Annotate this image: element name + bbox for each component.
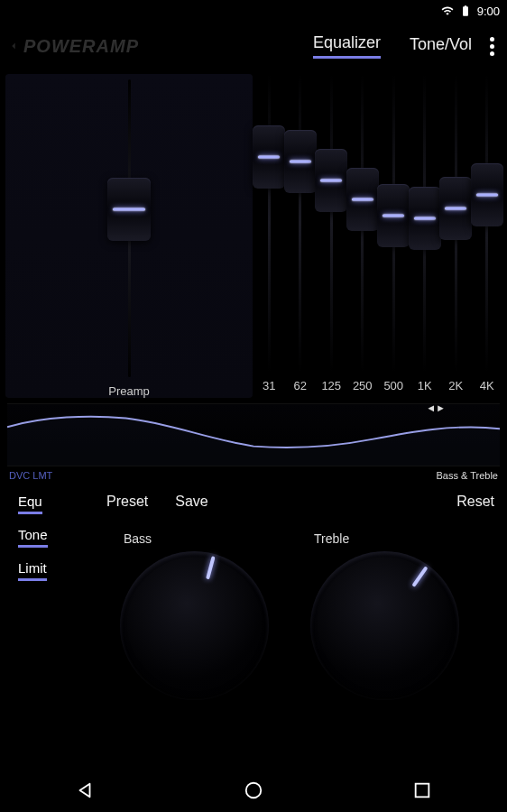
- band-label: 62: [294, 379, 307, 392]
- eq-thumb[interactable]: [346, 168, 379, 231]
- eq-band-250[interactable]: 250: [348, 74, 378, 398]
- eq-thumb[interactable]: [471, 163, 503, 226]
- brand-text: POWERAMP: [23, 36, 139, 57]
- toggle-equ[interactable]: Equ: [18, 494, 42, 514]
- treble-knob-group: Treble: [310, 531, 459, 700]
- clock: 9:00: [477, 5, 500, 18]
- dvc-status: DVC LMT: [9, 470, 52, 481]
- bass-label: Bass: [124, 531, 269, 546]
- reset-button[interactable]: Reset: [456, 494, 494, 510]
- back-icon[interactable]: [75, 780, 95, 800]
- band-label: 125: [321, 379, 341, 392]
- android-status-bar: 9:00: [0, 0, 507, 22]
- svg-point-0: [246, 783, 262, 798]
- wifi-icon: [441, 5, 454, 17]
- equalizer-bands: Preamp 31621252505001K2K4K: [0, 70, 507, 398]
- tab-tonevol[interactable]: Tone/Vol: [410, 35, 472, 58]
- eq-band-62[interactable]: 62: [286, 74, 316, 398]
- band-label: 1K: [418, 379, 432, 392]
- eq-thumb[interactable]: [315, 149, 347, 212]
- toggle-tone[interactable]: Tone: [18, 527, 48, 548]
- eq-thumb[interactable]: [253, 125, 285, 189]
- eq-thumb[interactable]: [439, 177, 472, 240]
- scroll-indicator-icon: ◄►: [426, 402, 446, 413]
- band-label: 31: [263, 379, 275, 392]
- bass-knob[interactable]: [120, 551, 269, 700]
- eq-response-curve[interactable]: ◄►: [7, 403, 500, 466]
- toggle-limit[interactable]: Limit: [18, 560, 47, 581]
- svg-rect-1: [416, 784, 429, 798]
- eq-band-1K[interactable]: 1K: [410, 74, 440, 398]
- toggle-group: Equ Tone Limit: [18, 494, 90, 581]
- app-header: POWERAMP Equalizer Tone/Vol: [0, 22, 507, 70]
- band-label: 4K: [480, 379, 494, 392]
- chevron-left-icon: [7, 38, 20, 54]
- eq-band-2K[interactable]: 2K: [441, 74, 471, 398]
- home-icon[interactable]: [244, 780, 263, 800]
- eq-thumb[interactable]: [377, 184, 410, 247]
- eq-band-4K[interactable]: 4K: [473, 74, 502, 398]
- recents-icon[interactable]: [412, 780, 432, 800]
- preamp-thumb[interactable]: [107, 178, 151, 241]
- bass-knob-group: Bass: [120, 531, 269, 700]
- android-nav-bar: [0, 769, 507, 812]
- treble-label: Treble: [314, 531, 459, 546]
- eq-band-125[interactable]: 125: [317, 74, 346, 398]
- tab-equalizer[interactable]: Equalizer: [313, 33, 381, 59]
- eq-band-500[interactable]: 500: [379, 74, 409, 398]
- curve-status-row: DVC LMT Bass & Treble: [0, 466, 507, 484]
- preamp-slider[interactable]: Preamp: [5, 74, 253, 398]
- more-menu-icon[interactable]: [481, 37, 503, 56]
- preamp-label: Preamp: [108, 384, 150, 398]
- band-label: 500: [383, 379, 403, 392]
- back-brand[interactable]: POWERAMP: [7, 36, 139, 57]
- band-label: 250: [353, 379, 373, 392]
- treble-knob[interactable]: [310, 551, 459, 700]
- preset-name: Bass & Treble: [437, 470, 498, 481]
- eq-thumb[interactable]: [284, 130, 317, 193]
- battery-icon: [459, 5, 472, 17]
- header-tabs: Equalizer Tone/Vol: [313, 33, 472, 59]
- eq-thumb[interactable]: [409, 187, 441, 250]
- band-label: 2K: [448, 379, 463, 392]
- eq-band-31[interactable]: 31: [254, 74, 284, 398]
